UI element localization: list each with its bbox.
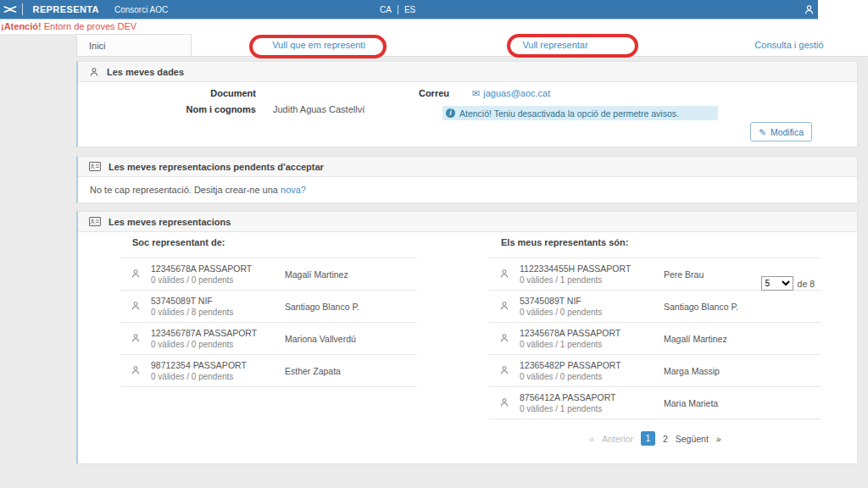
validity-status: 0 vàlides / 0 pendents <box>151 275 285 285</box>
person-icon <box>131 299 151 314</box>
representation-row[interactable]: 98712354 PASSAPORT0 vàlides / 0 pendents… <box>120 355 417 387</box>
representation-row[interactable]: 12345678A PASSAPORT0 vàlides / 0 pendent… <box>120 258 417 291</box>
i-represent-list: 12345678A PASSAPORT0 vàlides / 0 pendent… <box>120 258 417 387</box>
pending-empty-message: No te cap representació. Desitja crear-n… <box>90 185 306 195</box>
document-id: 12365482P PASSAPORT <box>520 360 664 370</box>
lang-divider <box>398 5 398 14</box>
pagination: « Anterior 1 2 Següent » <box>489 431 821 446</box>
annotation-circle-represent-me <box>249 35 387 58</box>
representative-row[interactable]: 12345678A PASSAPORT0 vàlides / 1 pendent… <box>489 323 821 355</box>
notifications-notice: i Atenció! Teniu desactivada la opció de… <box>442 106 718 120</box>
representative-row[interactable]: 12365482P PASSAPORT0 vàlides / 0 pendent… <box>489 355 821 387</box>
validity-status: 0 vàlides / 1 pendents <box>520 275 664 285</box>
person-icon <box>131 331 151 347</box>
document-id: 8756412A PASSAPORT <box>520 392 664 402</box>
page-size-of-label: de 8 <box>798 279 815 289</box>
user-icon[interactable] <box>804 3 815 19</box>
person-icon <box>499 396 520 411</box>
name-label: Nom i cognoms <box>86 104 256 114</box>
person-icon <box>499 267 520 282</box>
my-data-title: Les meves dades <box>107 67 184 77</box>
document-id: 53745089T NIF <box>151 296 285 306</box>
language-switcher: CA ES <box>380 0 415 19</box>
representation-row[interactable]: 53745089T NIF0 vàlides / 8 pendents Sant… <box>120 291 417 323</box>
validity-status: 0 vàlides / 0 pendents <box>151 340 285 349</box>
person-name: Magalí Martinez <box>664 334 727 344</box>
representative-row[interactable]: 53745089T NIF0 vàlides / 0 pendents Sant… <box>489 291 821 323</box>
pending-empty-text: No te cap representació. Desitja crear-n… <box>90 185 281 195</box>
i-represent-column: Soc representant de: 12345678A PASSAPORT… <box>120 237 417 387</box>
pagination-next[interactable]: Següent <box>676 434 709 444</box>
aoc-logo[interactable]: >< <box>0 2 22 18</box>
env-warning-prefix: ¡Atenció! <box>1 21 42 31</box>
my-data-header: Les meves dades <box>78 62 857 82</box>
tab-consulta-i-gestio[interactable]: Consulta i gestió <box>754 34 823 56</box>
tab-inici[interactable]: Inici <box>76 34 192 56</box>
page-size-select[interactable]: 5 <box>761 276 793 291</box>
contact-card-icon <box>89 217 101 226</box>
pagination-page-2[interactable]: 2 <box>663 434 668 444</box>
edit-icon: ✎ <box>759 127 766 137</box>
validity-status: 0 vàlides / 0 pendents <box>520 372 664 381</box>
annotation-circle-represent <box>507 34 638 58</box>
person-icon <box>499 363 520 379</box>
pagination-next-arrow[interactable]: » <box>716 434 721 444</box>
notice-text: Atenció! Teniu desactivada la opció de p… <box>459 108 679 119</box>
top-navbar: >< REPRESENTA Consorci AOC CA ES <box>0 0 818 19</box>
person-name: Mariona Vallverdú <box>285 334 356 344</box>
i-represent-title: Soc representant de: <box>132 237 417 247</box>
person-name: Pere Brau <box>664 269 704 280</box>
person-icon <box>131 363 151 379</box>
env-warning: ¡Atenció! Entorn de proves DEV <box>1 21 136 31</box>
document-id: 12345678A PASSAPORT <box>520 328 664 338</box>
my-representatives-column: Els meus representants són: 5 de 8 11223… <box>489 237 821 446</box>
tab-bar: Inici Vull que em representi Vull repres… <box>76 34 868 57</box>
my-representatives-title: Els meus representants són: <box>501 237 821 247</box>
document-id: 12345678A PASSAPORT <box>151 263 285 274</box>
representations-panel: Les meves representacions Soc representa… <box>76 211 858 464</box>
person-name: Santiago Blanco P. <box>664 302 738 312</box>
document-id: 98712354 PASSAPORT <box>151 360 285 370</box>
representations-header: Les meves representacions <box>78 212 857 232</box>
page-size-control: 5 de 8 <box>761 276 815 291</box>
pagination-prev: Anterior <box>602 434 633 444</box>
document-id: 123456787A PASSAPORT <box>151 328 285 338</box>
name-value: Judith Aguas Castellví <box>273 104 364 114</box>
person-name: Marga Massip <box>664 366 720 376</box>
person-icon <box>499 299 520 314</box>
create-new-link[interactable]: nova? <box>281 185 306 195</box>
representative-row[interactable]: 8756412A PASSAPORT0 vàlides / 1 pendents… <box>489 387 821 419</box>
pending-title: Les meves representacions pendents d'acc… <box>108 162 324 172</box>
person-name: Santiago Blanco P. <box>285 302 359 312</box>
representa-app: >< REPRESENTA Consorci AOC CA ES ¡Atenci… <box>0 0 868 488</box>
org-name: Consorci AOC <box>114 5 168 14</box>
person-icon <box>89 67 99 77</box>
person-name: Esther Zapata <box>285 366 341 376</box>
pagination-page-1[interactable]: 1 <box>641 431 655 446</box>
email-label: Correu <box>305 88 449 98</box>
env-warning-text: Entorn de proves DEV <box>42 21 137 31</box>
person-icon <box>131 267 151 282</box>
document-label: Document <box>86 88 256 98</box>
validity-status: 0 vàlides / 8 pendents <box>151 308 285 317</box>
person-name: Magalí Martinez <box>285 269 348 280</box>
modify-button-label: Modifica <box>771 127 804 137</box>
validity-status: 0 vàlides / 1 pendents <box>520 340 664 349</box>
my-data-panel: Les meves dades Document Nom i cognoms J… <box>76 61 858 147</box>
email-link[interactable]: jaguas@aoc.cat <box>483 88 550 98</box>
email-field: ✉jaguas@aoc.cat <box>472 88 550 99</box>
pending-panel: Les meves representacions pendents d'acc… <box>76 156 858 203</box>
validity-status: 0 vàlides / 1 pendents <box>520 404 664 413</box>
pagination-prev-arrow: « <box>589 434 594 444</box>
navbar-divider <box>22 3 23 15</box>
person-icon <box>499 331 520 347</box>
representations-title: Les meves representacions <box>108 217 231 227</box>
lang-ca-link[interactable]: CA <box>380 5 392 14</box>
app-title[interactable]: REPRESENTA <box>33 4 99 14</box>
representation-row[interactable]: 123456787A PASSAPORT0 vàlides / 0 penden… <box>120 323 417 355</box>
document-id: 1122334455H PASSAPORT <box>520 263 664 274</box>
modify-button[interactable]: ✎ Modifica <box>750 122 812 141</box>
lang-es-link[interactable]: ES <box>404 5 415 14</box>
pending-header: Les meves representacions pendents d'acc… <box>78 157 857 177</box>
validity-status: 0 vàlides / 0 pendents <box>151 372 285 381</box>
